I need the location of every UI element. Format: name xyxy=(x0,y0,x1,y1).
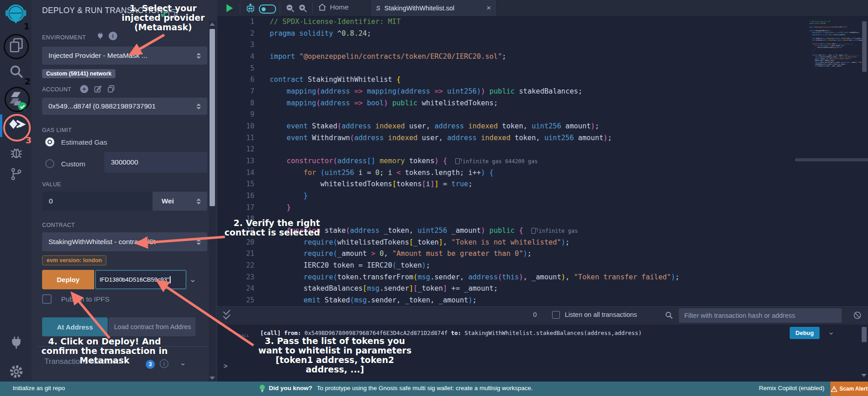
select-stepper-icon xyxy=(196,53,201,59)
source-control-icon[interactable] xyxy=(10,167,23,181)
code-line: 25 emit Staked(msg.sender, _token, _amou… xyxy=(217,295,868,306)
zoom-out-icon[interactable] xyxy=(285,3,295,15)
code-line: 24 stakedBalances[msg.sender][_token] +=… xyxy=(217,283,868,295)
home-label: Home xyxy=(330,3,348,11)
theme-toggle-icon[interactable] xyxy=(259,5,276,14)
deploy-params-input[interactable]: IFD1380b4D516CB59c93" xyxy=(95,270,186,289)
scam-alert-button[interactable]: Scam Alert xyxy=(830,382,868,396)
at-address-button[interactable]: At Address xyxy=(42,317,108,336)
copy-account-icon[interactable] xyxy=(107,85,115,93)
annotation-marker-3: 3 xyxy=(25,135,32,146)
terminal-search-icon[interactable] xyxy=(664,311,673,321)
status-bar: Initialize as git repo Did you know? To … xyxy=(0,382,868,396)
terminal-scroll-down-arrow[interactable] xyxy=(861,374,867,377)
plugin-manager-icon[interactable] xyxy=(9,335,24,350)
custom-gas-input[interactable]: 3000000 xyxy=(104,152,207,173)
debugger-icon[interactable] xyxy=(10,146,23,159)
did-you-know-label: Did you know? xyxy=(269,385,312,391)
run-script-icon[interactable] xyxy=(224,3,234,15)
network-badge: Custom (59141) network xyxy=(42,69,115,78)
panel-scrollbar-thumb[interactable] xyxy=(210,29,215,206)
transaction-filter-input[interactable] xyxy=(679,308,842,323)
select-stepper-icon xyxy=(196,198,201,204)
active-plugin-indicator xyxy=(0,114,2,137)
search-icon[interactable] xyxy=(8,63,24,80)
environment-value: Injected Provider - MetaMask ... xyxy=(48,52,148,60)
add-account-icon[interactable]: + xyxy=(80,85,88,93)
code-line: 21 require(_amount > 0, "Amount must be … xyxy=(217,248,868,260)
log-entry[interactable]: [call] from: 0x549BD967800987968764f6E3D… xyxy=(260,330,642,336)
init-git-repo-button[interactable]: Initialize as git repo xyxy=(13,385,65,391)
environment-select[interactable]: Injected Provider - MetaMask ... xyxy=(42,47,207,65)
toolbar-divider xyxy=(240,3,240,14)
environment-plug-icon[interactable] xyxy=(96,32,104,40)
sign-message-icon[interactable] xyxy=(94,85,102,93)
account-select[interactable]: 0x549...d874f (0.98821989737901 xyxy=(42,98,207,115)
code-lines: 1// SPDX-License-Identifier: MIT2pragma … xyxy=(217,16,868,306)
code-line: 2pragma solidity ^0.8.24; xyxy=(217,28,868,40)
evm-version-badge: evm version: london xyxy=(42,255,106,265)
code-line: 16 } xyxy=(217,190,868,202)
code-line: 9 xyxy=(217,109,868,121)
panel-scrollbar[interactable] xyxy=(209,21,216,382)
debug-button[interactable]: Debug xyxy=(790,327,820,339)
terminal-scrollbar-thumb[interactable] xyxy=(862,327,867,342)
listen-all-transactions-checkbox[interactable] xyxy=(552,311,560,319)
code-line: 7 mapping(address => mapping(address => … xyxy=(217,86,868,98)
value-label: VALUE xyxy=(42,181,61,188)
code-line: 10 event Staked(address indexed user, ad… xyxy=(217,121,868,132)
code-line: 1// SPDX-License-Identifier: MIT xyxy=(217,16,868,28)
tab-staking-with-whitelist[interactable]: S StakingWithWhitelist.sol × xyxy=(370,0,497,16)
annotation-circle-1 xyxy=(4,34,29,59)
tab-home[interactable]: Home xyxy=(318,3,348,12)
deploy-button[interactable]: Deploy xyxy=(42,270,94,289)
estimated-gas-radio[interactable] xyxy=(45,137,54,146)
code-line: 13 constructor(address[] memory tokens) … xyxy=(217,156,868,167)
editor-scrollbar-thumb[interactable] xyxy=(862,21,867,72)
listen-all-transactions-label: Listen on all transactions xyxy=(565,311,637,318)
text-caret xyxy=(170,276,171,283)
remixai-robot-icon[interactable] xyxy=(245,4,256,15)
account-value: 0x549...d874f (0.98821989737901 xyxy=(48,102,156,110)
value-input[interactable]: 0 xyxy=(42,192,153,211)
code-line: 14 for (uint256 i = 0; i < tokens.length… xyxy=(217,167,868,179)
publish-ipfs-label: Publish to IPFS xyxy=(61,295,110,303)
value-unit-select[interactable]: Wei xyxy=(153,192,207,211)
scroll-down-arrow[interactable] xyxy=(210,377,215,380)
select-stepper-icon xyxy=(196,104,201,109)
code-line: 6contract StakingWithWhitelist { xyxy=(217,74,868,86)
deploy-expand-chevron-icon[interactable]: ⌄ xyxy=(189,274,196,284)
contract-value: StakingWithWhitelist - contracts/St xyxy=(48,238,156,246)
contract-label: CONTRACT xyxy=(42,222,75,228)
log-expand-chevron-icon[interactable]: ⌄ xyxy=(828,327,835,337)
publish-ipfs-checkbox[interactable] xyxy=(42,294,52,304)
editor-area: Home S StakingWithWhitelist.sol × 1// SP… xyxy=(217,0,868,382)
code-line: 15 whitelistedTokens[tokens[i]] = true; xyxy=(217,179,868,190)
tab-close-icon[interactable]: × xyxy=(486,4,491,13)
environment-info-icon[interactable]: i xyxy=(109,32,117,40)
at-address-input[interactable]: Load contract from Addres xyxy=(109,317,196,336)
custom-gas-radio[interactable] xyxy=(45,159,54,168)
code-line: 12 xyxy=(217,144,868,156)
custom-gas-label: Custom xyxy=(61,160,85,168)
editor-scrollbar-decoration xyxy=(795,158,868,161)
clear-console-icon[interactable] xyxy=(853,311,862,321)
transactions-expand-chevron-icon[interactable]: ⌄ xyxy=(180,358,186,368)
terminal-collapse-icon[interactable] xyxy=(224,310,230,319)
value-unit: Wei xyxy=(162,197,174,205)
annotation-marker-2: 2 xyxy=(24,76,31,87)
tip-text: To prototype using the Gnosis safe multi… xyxy=(317,385,533,391)
editor-minimap[interactable]: 1// SPDX-License-Identifier: MIT2pragma … xyxy=(807,21,862,75)
annotation-step4: 4. Click on Deploy! Andconfirm the trans… xyxy=(35,337,174,365)
annotation-step3: 3. Pass the list of tokens youwant to wh… xyxy=(244,336,425,374)
code-line: 11 event Withdrawn(address indexed user,… xyxy=(217,132,868,144)
contract-select[interactable]: StakingWithWhitelist - contracts/St xyxy=(42,232,207,251)
code-editor[interactable]: 1// SPDX-License-Identifier: MIT2pragma … xyxy=(217,16,868,306)
settings-gear-icon[interactable] xyxy=(9,364,24,379)
remix-copilot-status[interactable]: Remix Copilot (enabled) xyxy=(759,385,825,391)
terminal-prompt[interactable]: > xyxy=(224,362,228,370)
zoom-in-icon[interactable] xyxy=(298,3,308,15)
code-line: 5 xyxy=(217,63,868,75)
deploy-params-value: IFD1380b4D516CB59c93" xyxy=(100,276,169,283)
terminal-listen-count: 0 xyxy=(533,311,537,318)
